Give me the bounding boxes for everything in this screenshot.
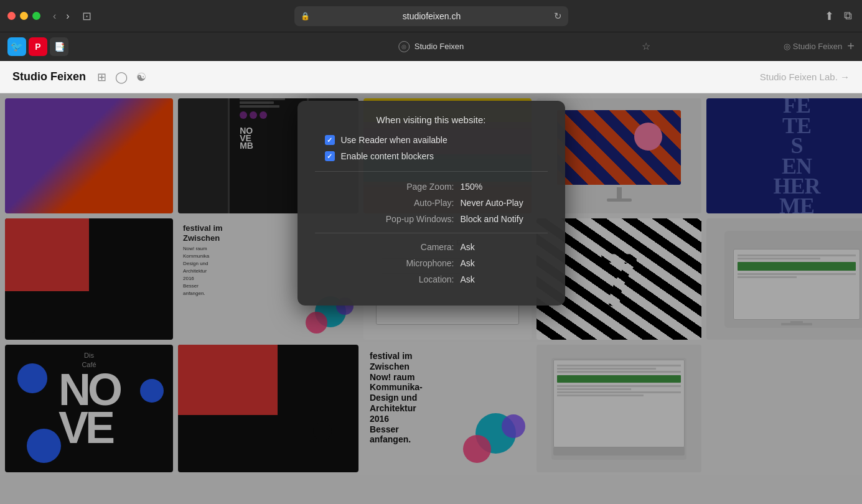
tab-studio-feixen-label: ◎ Studio Feixen: [784, 42, 842, 51]
address-text: studiofeixen.ch: [314, 11, 550, 21]
content-blockers-label: Enable content blockers: [341, 151, 434, 161]
use-reader-row[interactable]: ✓ Use Reader when available: [315, 135, 548, 145]
auto-play-label: Auto-Play:: [373, 198, 461, 208]
camera-value[interactable]: Ask: [461, 242, 548, 252]
fullscreen-button[interactable]: [32, 12, 40, 20]
camera-row: Camera: Ask: [315, 242, 548, 252]
checkmark-icon: ✓: [327, 136, 332, 144]
popup-divider-1: [315, 171, 548, 172]
use-reader-checkbox[interactable]: ✓: [325, 135, 335, 145]
auto-play-row: Auto-Play: Never Auto-Play: [315, 198, 548, 208]
spiral-icon[interactable]: ☯: [136, 70, 146, 84]
popup-windows-row: Pop-up Windows: Block and Notify: [315, 214, 548, 224]
page-zoom-row: Page Zoom: 150%: [315, 182, 548, 192]
checkmark-icon-2: ✓: [327, 152, 332, 161]
twitter-favorite[interactable]: 🐦: [7, 37, 26, 56]
tabbar: 🐦 P 📑 ◎ Studio Feixen ☆ ◎ Studio Feixen …: [0, 32, 862, 61]
location-value[interactable]: Ask: [461, 274, 548, 284]
microphone-row: Microphone: Ask: [315, 258, 548, 268]
add-tab-button[interactable]: +: [847, 39, 855, 54]
lock-icon: 🔒: [301, 12, 310, 21]
microphone-value[interactable]: Ask: [461, 258, 548, 268]
bookmark-button[interactable]: ☆: [642, 40, 650, 52]
tab-right-section: ◎ Studio Feixen +: [784, 39, 855, 54]
reload-button[interactable]: ↻: [554, 11, 562, 22]
pinterest-favorite[interactable]: P: [29, 37, 47, 56]
page-zoom-label: Page Zoom:: [373, 182, 461, 192]
content-blockers-row[interactable]: ✓ Enable content blockers: [315, 151, 548, 161]
location-row: Location: Ask: [315, 274, 548, 284]
popup-divider-2: [315, 233, 548, 233]
share-button[interactable]: ⬆: [822, 7, 836, 26]
close-button[interactable]: [7, 12, 16, 20]
bookmark-favorite[interactable]: 📑: [50, 37, 68, 56]
page-header: Studio Feixen ⊞ ◯ ☯ Studio Feixen Lab. →: [0, 61, 862, 93]
camera-label: Camera:: [373, 242, 461, 252]
popup-title: When visiting this website:: [315, 114, 548, 125]
lab-link[interactable]: Studio Feixen Lab. →: [760, 72, 850, 82]
site-title: Studio Feixen: [12, 70, 86, 83]
page-zoom-value[interactable]: 150%: [461, 182, 548, 192]
forward-button[interactable]: ›: [62, 8, 73, 24]
titlebar: ‹ › ⊡ 🔒 studiofeixen.ch ↻ ⬆ ⧉: [0, 0, 862, 32]
nav-buttons: ‹ ›: [49, 8, 73, 24]
main-content: NOVEMB: [0, 93, 862, 504]
microphone-label: Microphone:: [373, 258, 461, 268]
tab-title: Studio Feixen: [415, 42, 464, 51]
auto-play-value[interactable]: Never Auto-Play: [461, 198, 548, 208]
popup-windows-label: Pop-up Windows:: [373, 214, 461, 224]
grid-icon[interactable]: ⊞: [97, 70, 106, 84]
minimize-button[interactable]: [20, 12, 28, 20]
traffic-lights: [7, 12, 40, 20]
popup-overlay[interactable]: When visiting this website: ✓ Use Reader…: [0, 93, 862, 504]
toolbar-right: ⬆ ⧉: [822, 7, 855, 26]
back-button[interactable]: ‹: [49, 8, 60, 24]
use-reader-label: Use Reader when available: [341, 135, 447, 145]
sidebar-toggle-button[interactable]: ⊡: [77, 7, 96, 26]
popup-windows-value[interactable]: Block and Notify: [461, 214, 548, 224]
circle-icon[interactable]: ◯: [115, 70, 128, 84]
favorites-bar: 🐦 P 📑: [7, 37, 68, 56]
active-tab[interactable]: ◎ Studio Feixen: [398, 41, 464, 52]
content-blockers-checkbox[interactable]: ✓: [325, 151, 335, 161]
header-icons: ⊞ ◯ ☯: [97, 70, 146, 84]
tab-favicon: ◎: [398, 41, 410, 52]
settings-popup: When visiting this website: ✓ Use Reader…: [297, 101, 565, 306]
tab-grid-button[interactable]: ⧉: [841, 7, 855, 25]
location-label: Location:: [373, 274, 461, 284]
address-bar[interactable]: 🔒 studiofeixen.ch ↻: [294, 6, 568, 26]
